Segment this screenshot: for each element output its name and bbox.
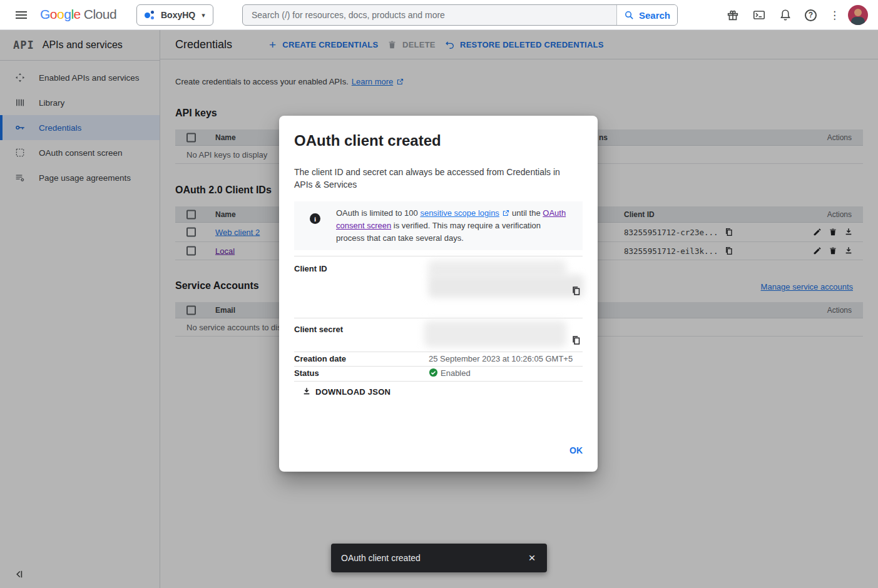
dialog-subtitle: The client ID and secret can always be a… — [294, 166, 573, 191]
project-icon — [145, 10, 155, 20]
copy-client-id-icon[interactable] — [571, 285, 582, 297]
hamburger-menu-icon[interactable] — [16, 11, 27, 19]
verification-notice: i OAuth is limited to 100 sensitive scop… — [294, 201, 583, 250]
logo-letter: G — [40, 7, 50, 21]
client-secret-label: Client secret — [294, 325, 343, 334]
status-value: Enabled — [441, 368, 471, 378]
download-icon — [302, 387, 312, 397]
dialog-title: OAuth client created — [294, 132, 441, 150]
logo-letter: g — [64, 7, 71, 21]
search-input[interactable] — [243, 5, 616, 25]
status-label: Status — [294, 368, 319, 378]
divider — [294, 318, 583, 318]
logo-letter: o — [57, 7, 64, 21]
divider — [294, 256, 583, 256]
notice-text: OAuth is limited to 100 sensitive scope … — [336, 207, 569, 245]
notice-pre: OAuth is limited to 100 — [336, 208, 420, 218]
download-json-label: DOWNLOAD JSON — [315, 387, 391, 397]
google-cloud-logo[interactable]: GoogleCloud — [40, 7, 116, 22]
notice-mid: until the — [510, 208, 543, 218]
logo-letter: e — [74, 7, 81, 21]
logo-suffix: Cloud — [84, 7, 116, 21]
project-name: BoxyHQ — [161, 10, 195, 20]
client-id-label: Client ID — [294, 264, 327, 273]
topbar: GoogleCloud BoxyHQ ▾ Search — [0, 0, 878, 30]
client-id-redacted-value — [428, 275, 584, 298]
divider — [294, 352, 583, 352]
divider — [294, 381, 583, 382]
chevron-down-icon: ▾ — [202, 11, 205, 19]
gift-icon[interactable] — [726, 8, 740, 22]
snackbar-toast: OAuth client created × — [331, 544, 547, 572]
help-glyph: ? — [809, 11, 813, 19]
more-options-icon[interactable]: ⋮ — [829, 9, 835, 22]
notifications-bell-icon[interactable] — [778, 8, 792, 22]
external-link-icon — [502, 209, 510, 217]
search-icon — [624, 10, 635, 21]
help-icon[interactable]: ? — [805, 9, 817, 21]
creation-date-value: 25 September 2023 at 10:26:05 GMT+5 — [429, 354, 573, 363]
search-button[interactable]: Search — [616, 5, 677, 25]
topbar-icons: ? ⋮ — [726, 5, 868, 25]
ok-button[interactable]: OK — [563, 440, 589, 460]
google-cloud-console: GoogleCloud BoxyHQ ▾ Search — [0, 0, 878, 588]
info-icon: i — [310, 213, 320, 224]
project-selector[interactable]: BoxyHQ ▾ — [136, 4, 213, 26]
download-json-button[interactable]: DOWNLOAD JSON — [302, 385, 391, 398]
info-glyph: i — [314, 215, 316, 223]
account-avatar[interactable] — [848, 5, 868, 25]
copy-client-secret-icon[interactable] — [571, 335, 582, 346]
cloud-shell-icon[interactable] — [752, 8, 766, 22]
oauth-client-created-dialog: OAuth client created The client ID and s… — [279, 116, 598, 472]
sensitive-scope-logins-link[interactable]: sensitive scope logins — [420, 208, 499, 218]
creation-date-label: Creation date — [294, 354, 346, 363]
logo-letter: o — [50, 7, 57, 21]
global-search: Search — [242, 4, 678, 26]
enabled-check-icon — [429, 368, 438, 377]
divider — [294, 366, 583, 367]
close-icon[interactable]: × — [526, 551, 538, 565]
search-button-label: Search — [639, 10, 670, 21]
toast-message: OAuth client created — [341, 553, 526, 563]
client-secret-redacted-value — [424, 321, 566, 347]
